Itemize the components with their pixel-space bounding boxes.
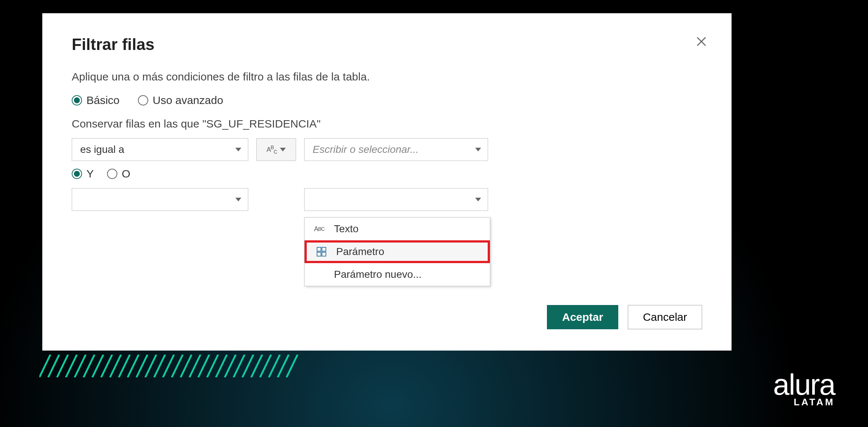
svg-line-9 — [66, 355, 77, 377]
radio-basic-label: Básico — [86, 94, 120, 107]
brand-logo: alura LATAM — [773, 372, 835, 408]
svg-line-21 — [172, 355, 183, 377]
svg-rect-2 — [317, 247, 321, 251]
svg-line-14 — [110, 355, 121, 377]
radio-and[interactable]: Y — [72, 168, 94, 180]
svg-line-23 — [189, 355, 200, 377]
svg-line-27 — [225, 355, 236, 377]
chevron-down-icon — [475, 148, 481, 151]
operator-dropdown[interactable]: es igual a — [72, 138, 248, 161]
svg-rect-4 — [317, 252, 321, 256]
logic-operator-radiogroup: Y O — [72, 168, 702, 180]
menu-item-text-label: Texto — [334, 223, 359, 235]
svg-line-18 — [145, 355, 156, 377]
value-dropdown-2[interactable] — [304, 188, 488, 211]
svg-line-6 — [39, 355, 50, 377]
svg-line-28 — [234, 355, 245, 377]
filter-condition-row-1: es igual a ABC Escribir o seleccionar... — [72, 138, 702, 161]
radio-indicator-icon — [72, 169, 82, 179]
decorative-hatching — [39, 355, 298, 377]
menu-item-text[interactable]: ABC Texto — [305, 218, 490, 240]
dialog-footer-buttons: Aceptar Cancelar — [547, 305, 702, 329]
svg-line-13 — [101, 355, 112, 377]
parameter-icon — [314, 246, 329, 258]
svg-line-25 — [207, 355, 218, 377]
chevron-down-icon — [280, 148, 286, 151]
filter-condition-row-2 — [72, 188, 702, 211]
radio-indicator-icon — [138, 95, 148, 105]
menu-item-parameter[interactable]: Parámetro — [305, 240, 490, 263]
value-dropdown[interactable]: Escribir o seleccionar... — [304, 138, 488, 161]
svg-rect-5 — [322, 252, 326, 256]
svg-line-10 — [75, 355, 86, 377]
svg-line-12 — [92, 355, 103, 377]
radio-or-label: O — [122, 168, 130, 180]
radio-indicator-icon — [107, 169, 117, 179]
chevron-down-icon — [475, 198, 481, 201]
svg-line-15 — [119, 355, 130, 377]
operator-value: es igual a — [80, 144, 124, 155]
radio-indicator-icon — [72, 95, 82, 105]
keep-rows-label: Conservar filas en las que "SG_UF_RESIDE… — [72, 118, 702, 130]
svg-line-32 — [269, 355, 280, 377]
brand-name: alura — [773, 372, 835, 398]
svg-line-29 — [242, 355, 253, 377]
menu-item-parameter-label: Parámetro — [336, 246, 384, 258]
filter-rows-dialog: Filtrar filas Aplique una o más condicio… — [42, 13, 732, 351]
svg-line-34 — [287, 355, 298, 377]
chevron-down-icon — [235, 198, 241, 201]
svg-line-31 — [260, 355, 271, 377]
svg-line-20 — [163, 355, 174, 377]
chevron-down-icon — [235, 148, 241, 151]
radio-advanced[interactable]: Uso avanzado — [138, 94, 223, 107]
menu-item-new-parameter[interactable]: Parámetro nuevo... — [305, 263, 490, 286]
svg-line-17 — [136, 355, 147, 377]
svg-line-26 — [216, 355, 227, 377]
dialog-title: Filtrar filas — [72, 35, 702, 54]
svg-line-33 — [278, 355, 289, 377]
close-icon[interactable] — [695, 35, 708, 48]
svg-line-11 — [83, 355, 95, 377]
value-placeholder: Escribir o seleccionar... — [313, 144, 419, 155]
svg-line-24 — [198, 355, 209, 377]
radio-advanced-label: Uso avanzado — [153, 94, 223, 107]
radio-basic[interactable]: Básico — [72, 94, 120, 107]
abc-text-icon: ABC — [267, 145, 277, 154]
dialog-subtitle: Aplique una o más condiciones de filtro … — [72, 71, 702, 83]
cancel-button[interactable]: Cancelar — [628, 305, 702, 329]
value-type-dropdown[interactable]: ABC — [256, 138, 296, 161]
operator-dropdown-2[interactable] — [72, 188, 248, 211]
svg-line-19 — [154, 355, 165, 377]
filter-mode-radiogroup: Básico Uso avanzado — [72, 94, 702, 107]
value-type-menu: ABC Texto Parámetro Parámetro nuevo... — [304, 217, 490, 286]
menu-item-new-parameter-label: Parámetro nuevo... — [334, 269, 421, 280]
svg-line-7 — [48, 355, 59, 377]
svg-line-22 — [181, 355, 192, 377]
svg-line-16 — [128, 355, 139, 377]
abc-text-icon: ABC — [312, 226, 327, 232]
radio-or[interactable]: O — [107, 168, 130, 180]
radio-and-label: Y — [86, 168, 94, 180]
svg-line-8 — [57, 355, 68, 377]
accept-button[interactable]: Aceptar — [547, 305, 618, 329]
svg-rect-3 — [322, 247, 326, 251]
svg-line-30 — [251, 355, 262, 377]
